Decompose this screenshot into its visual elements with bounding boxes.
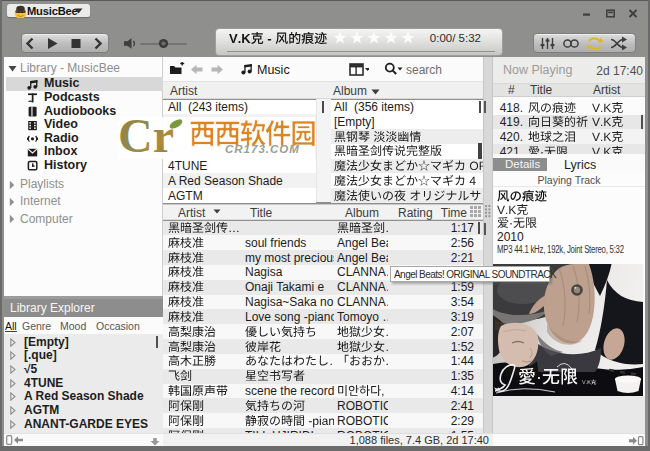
svg-text:Cr: Cr	[118, 112, 174, 162]
